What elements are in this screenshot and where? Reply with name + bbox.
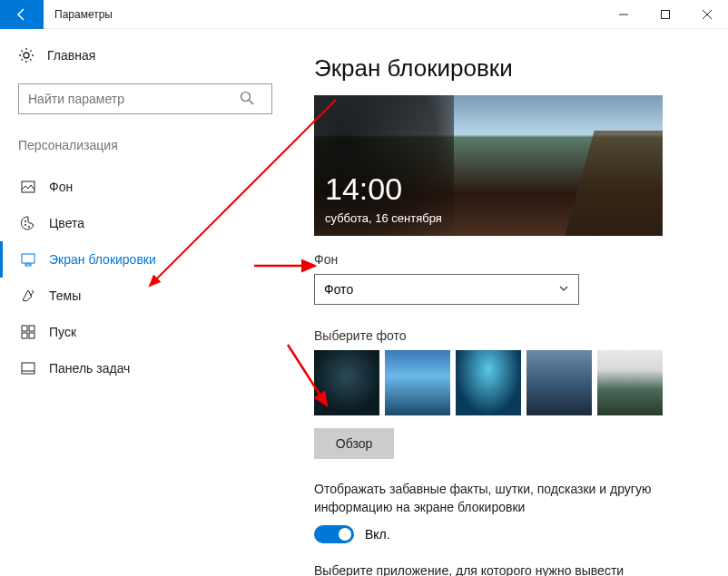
search-icon [240, 91, 254, 109]
thumbnail[interactable] [526, 350, 592, 415]
arrow-left-icon [15, 7, 29, 22]
thumbnail[interactable] [314, 350, 379, 415]
sidebar-item-background[interactable]: Фон [18, 169, 263, 205]
back-button[interactable] [0, 0, 44, 29]
gear-icon [18, 47, 34, 63]
sidebar: Главная Персонализация Фон Цвета Экран б… [0, 29, 281, 576]
themes-icon [20, 288, 36, 303]
svg-rect-1 [662, 10, 670, 18]
main-panel: Экран блокировки 14:00 суббота, 16 сентя… [281, 29, 728, 576]
browse-button[interactable]: Обзор [314, 428, 394, 459]
svg-rect-12 [29, 326, 34, 331]
page-title: Экран блокировки [314, 54, 706, 83]
sidebar-item-colors[interactable]: Цвета [18, 205, 263, 241]
window-title: Параметры [54, 8, 603, 21]
maximize-icon [661, 10, 670, 19]
thumbnail[interactable] [456, 350, 521, 415]
palette-icon [20, 216, 36, 230]
minimize-icon [619, 10, 628, 19]
svg-point-7 [25, 224, 26, 226]
tips-toggle-row: Вкл. [314, 525, 706, 543]
sidebar-item-taskbar[interactable]: Панель задач [18, 350, 263, 386]
sidebar-item-lockscreen[interactable]: Экран блокировки [0, 241, 263, 278]
svg-rect-15 [22, 363, 34, 374]
preview-date: суббота, 16 сентября [325, 211, 442, 225]
svg-point-2 [24, 53, 29, 58]
thumbnail[interactable] [597, 350, 663, 415]
close-button[interactable] [686, 0, 728, 29]
sidebar-item-label: Экран блокировки [49, 252, 156, 267]
home-label: Главная [47, 48, 95, 63]
svg-rect-13 [22, 333, 27, 338]
tips-text: Отображать забавные факты, шутки, подска… [314, 481, 659, 516]
sidebar-item-label: Темы [49, 288, 81, 303]
svg-point-3 [241, 93, 251, 102]
sidebar-item-start[interactable]: Пуск [18, 314, 263, 350]
home-link[interactable]: Главная [18, 47, 263, 63]
svg-point-8 [28, 226, 30, 228]
lockscreen-icon [20, 252, 36, 267]
preview-time: 14:00 [325, 171, 402, 207]
background-dropdown[interactable]: Фото [314, 274, 579, 305]
svg-line-4 [250, 101, 254, 105]
photo-thumbnails [314, 350, 706, 415]
window-controls [603, 0, 728, 29]
lockscreen-preview: 14:00 суббота, 16 сентября [314, 95, 663, 236]
thumbnail[interactable] [385, 350, 450, 415]
minimize-button[interactable] [603, 0, 644, 29]
svg-point-6 [25, 220, 26, 222]
sidebar-item-label: Панель задач [49, 361, 130, 376]
titlebar: Параметры [0, 0, 728, 29]
tips-toggle[interactable] [314, 525, 354, 543]
start-icon [20, 325, 36, 339]
sidebar-item-label: Пуск [49, 325, 76, 339]
svg-rect-14 [29, 333, 34, 338]
svg-rect-11 [22, 326, 27, 331]
svg-rect-10 [25, 264, 31, 266]
close-icon [703, 10, 712, 19]
choose-app-text: Выберите приложение, для которого нужно … [314, 563, 706, 576]
dropdown-value: Фото [324, 282, 353, 297]
svg-rect-9 [22, 254, 34, 263]
search-input[interactable] [18, 83, 272, 114]
chevron-down-icon [558, 282, 569, 297]
sidebar-item-label: Фон [49, 180, 73, 194]
sidebar-item-themes[interactable]: Темы [18, 278, 263, 314]
category-label: Персонализация [18, 138, 263, 152]
toggle-label: Вкл. [365, 527, 390, 542]
picture-icon [20, 180, 36, 194]
sidebar-item-label: Цвета [49, 216, 84, 230]
taskbar-icon [20, 361, 36, 376]
choose-photo-label: Выберите фото [314, 328, 706, 343]
search-box[interactable] [18, 83, 263, 114]
maximize-button[interactable] [644, 0, 686, 29]
background-label: Фон [314, 252, 706, 267]
